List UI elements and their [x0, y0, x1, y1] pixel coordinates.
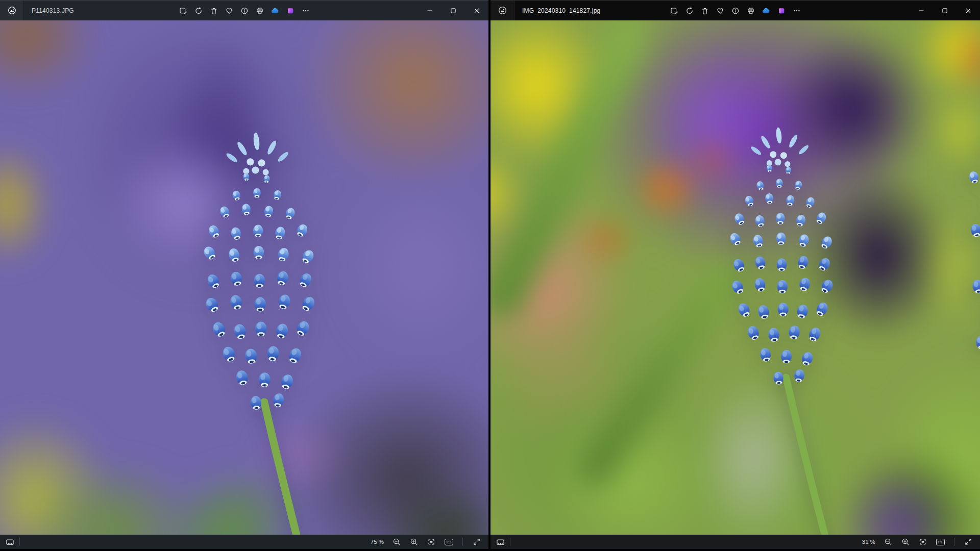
edit-image-button[interactable]	[176, 4, 190, 18]
minimize-button[interactable]	[910, 1, 933, 20]
clipchamp-button[interactable]	[774, 4, 789, 18]
maximize-button[interactable]	[442, 1, 465, 20]
statusbar-left: 75 % 1:1	[0, 535, 488, 549]
favorite-button[interactable]	[713, 4, 727, 18]
edit-image-icon	[670, 7, 678, 15]
actual-size-button[interactable]: 1:1	[934, 536, 947, 547]
maximize-icon	[450, 8, 456, 14]
print-icon	[256, 7, 264, 15]
onedrive-button[interactable]	[759, 4, 773, 18]
close-icon	[474, 8, 480, 14]
fullscreen-button[interactable]	[470, 536, 483, 547]
fullscreen-icon	[473, 538, 481, 546]
onedrive-cloud-icon	[762, 6, 770, 15]
window-title: P1140313.JPG	[32, 7, 74, 14]
window-title: IMG_20240310_141827.jpg	[522, 7, 600, 14]
photos-app-icon[interactable]	[0, 1, 24, 20]
close-button[interactable]	[957, 1, 980, 20]
muscari-crown	[750, 127, 810, 167]
filmstrip-icon	[496, 538, 505, 546]
fullscreen-icon	[964, 538, 972, 546]
zoom-out-icon	[884, 538, 892, 546]
zoom-level[interactable]: 31 %	[862, 539, 875, 545]
zoom-out-button[interactable]	[390, 536, 403, 547]
actual-size-icon: 1:1	[936, 539, 945, 545]
maximize-button[interactable]	[933, 1, 957, 20]
see-more-button[interactable]	[790, 4, 804, 18]
favorite-button[interactable]	[222, 4, 236, 18]
info-icon	[240, 7, 249, 15]
photos-window-left: P1140313.JPG	[0, 0, 488, 549]
clipchamp-icon	[777, 7, 786, 15]
delete-button[interactable]	[698, 4, 712, 18]
delete-icon	[210, 7, 218, 15]
delete-icon	[701, 7, 709, 15]
see-more-button[interactable]	[299, 4, 313, 18]
close-button[interactable]	[465, 1, 488, 20]
rotate-button[interactable]	[191, 4, 206, 18]
filmstrip-icon	[6, 538, 14, 546]
zoom-level[interactable]: 75 %	[371, 539, 384, 545]
statusbar-divider	[954, 538, 954, 546]
photo-canvas-left[interactable]	[0, 20, 488, 535]
muscari-flower-edge	[937, 130, 980, 375]
muscari-crown	[225, 133, 289, 176]
zoom-out-button[interactable]	[881, 536, 895, 547]
actual-size-button[interactable]: 1:1	[442, 536, 455, 547]
print-button[interactable]	[744, 4, 758, 18]
caption-controls-right	[910, 1, 980, 20]
ellipsis-icon	[302, 7, 310, 15]
zoom-in-icon	[901, 538, 910, 546]
file-info-button[interactable]	[728, 4, 743, 18]
print-icon	[747, 7, 755, 15]
onedrive-button[interactable]	[268, 4, 282, 18]
fullscreen-button[interactable]	[962, 536, 975, 547]
edit-image-button[interactable]	[667, 4, 681, 18]
fit-to-window-icon	[427, 538, 435, 546]
delete-button[interactable]	[207, 4, 221, 18]
photos-app-icon[interactable]	[491, 1, 514, 20]
titlebar-right[interactable]: IMG_20240310_141827.jpg	[491, 0, 980, 20]
statusbar-right: 31 % 1:1	[491, 535, 980, 549]
filmstrip-toggle-button[interactable]	[3, 536, 16, 547]
rotate-icon	[194, 7, 203, 15]
onedrive-cloud-icon	[271, 6, 279, 15]
photos-app-icon-glyph	[8, 6, 16, 15]
muscari-flower	[168, 130, 345, 535]
fit-to-window-icon	[919, 538, 927, 546]
photo-canvas-right[interactable]	[491, 20, 980, 535]
muscari-flower	[697, 125, 861, 535]
toolbar-right	[667, 1, 804, 20]
desktop: P1140313.JPG	[0, 0, 980, 551]
titlebar-left[interactable]: P1140313.JPG	[0, 0, 488, 20]
clipchamp-icon	[286, 7, 295, 15]
actual-size-icon: 1:1	[445, 539, 453, 545]
zoom-out-icon	[393, 538, 401, 546]
minimize-icon	[918, 8, 924, 14]
rotate-icon	[685, 7, 694, 15]
filmstrip-toggle-button[interactable]	[494, 536, 507, 547]
print-button[interactable]	[253, 4, 267, 18]
close-icon	[965, 8, 971, 14]
photos-app-icon-glyph	[498, 6, 507, 15]
heart-icon	[716, 7, 724, 15]
ellipsis-icon	[793, 7, 801, 15]
zoom-in-button[interactable]	[407, 536, 421, 547]
minimize-button[interactable]	[418, 1, 442, 20]
edit-image-icon	[179, 7, 187, 15]
zoom-in-icon	[410, 538, 418, 546]
file-info-button[interactable]	[237, 4, 252, 18]
toolbar-left	[176, 1, 313, 20]
rotate-button[interactable]	[682, 4, 697, 18]
clipchamp-button[interactable]	[283, 4, 298, 18]
info-icon	[731, 7, 740, 15]
fit-to-window-button[interactable]	[916, 536, 929, 547]
caption-controls-left	[418, 1, 488, 20]
statusbar-divider	[462, 538, 463, 546]
fit-to-window-button[interactable]	[425, 536, 438, 547]
photos-window-right: IMG_20240310_141827.jpg	[491, 0, 980, 549]
heart-icon	[225, 7, 233, 15]
statusbar-divider	[19, 538, 20, 546]
zoom-in-button[interactable]	[899, 536, 912, 547]
statusbar-divider	[510, 538, 510, 546]
